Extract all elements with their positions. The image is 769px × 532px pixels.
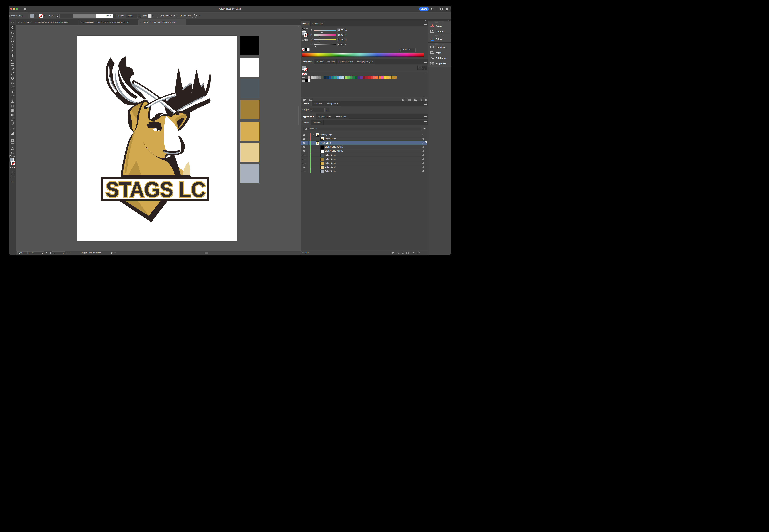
svg-text:STAGS LC: STAGS LC bbox=[106, 177, 206, 202]
